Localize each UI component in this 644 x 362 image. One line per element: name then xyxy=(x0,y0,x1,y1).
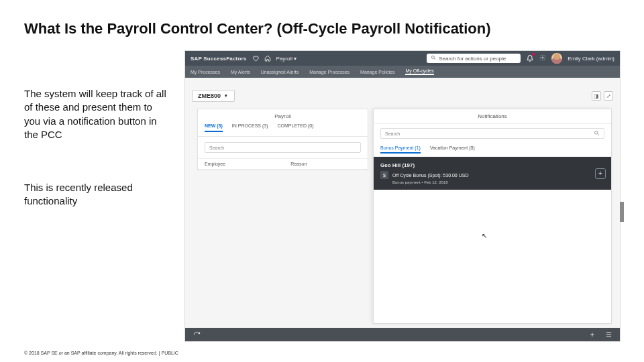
svg-point-2 xyxy=(542,57,543,58)
notifications-search-placeholder: Search xyxy=(385,131,400,136)
payment-icon: $ xyxy=(380,171,388,179)
expand-icon[interactable]: ⤢ xyxy=(604,91,613,101)
search-icon xyxy=(594,130,600,137)
payroll-search-input[interactable]: Search xyxy=(205,142,361,153)
period-bar: ZME800 ◨ ⤢ xyxy=(192,88,613,103)
payroll-search-placeholder: Search xyxy=(209,145,224,150)
nav-manage-policies[interactable]: Manage Policies xyxy=(360,70,394,74)
user-name[interactable]: Emily Clark (admin) xyxy=(568,56,614,62)
nav-unassigned-alerts[interactable]: Unassigned Alerts xyxy=(261,70,299,74)
notification-type-tabs: Bonus Payment (1) Vacation Payment (0) xyxy=(374,143,611,157)
app-topbar: SAP SuccessFactors Payroll ▾ Search for … xyxy=(185,51,620,66)
bottom-add-icon[interactable]: + xyxy=(588,330,597,339)
tab-inprocess[interactable]: IN PROCESS (3) xyxy=(232,123,268,132)
settings-icon[interactable] xyxy=(539,54,546,62)
content-area: ZME800 ◨ ⤢ Payroll NEW (3) IN PROCESS (3… xyxy=(185,78,620,341)
slide-footer: © 2018 SAP SE or an SAP affiliate compan… xyxy=(24,351,178,355)
notification-employee-name: Geo Hill (197) xyxy=(380,162,604,168)
col-reason: Reason xyxy=(290,162,361,166)
payroll-card: Payroll NEW (3) IN PROCESS (3) COMPLETED… xyxy=(197,109,368,170)
nav-my-offcycles[interactable]: My Off-cycles xyxy=(405,68,433,75)
nav-my-alerts[interactable]: My Alerts xyxy=(231,70,250,74)
app-screenshot: SAP SuccessFactors Payroll ▾ Search for … xyxy=(184,50,621,342)
tab-bonus-payment[interactable]: Bonus Payment (1) xyxy=(380,145,421,154)
search-icon xyxy=(431,55,436,62)
refresh-icon[interactable] xyxy=(192,330,201,339)
svg-line-1 xyxy=(434,58,435,60)
notifications-title: Notifications xyxy=(374,109,611,124)
payroll-grid-header: Employee Reason xyxy=(198,158,368,170)
module-nav: My Processes My Alerts Unassigned Alerts… xyxy=(185,66,620,78)
user-avatar[interactable] xyxy=(551,53,562,64)
top-module-dropdown[interactable]: Payroll ▾ xyxy=(276,56,297,62)
nav-my-processes[interactable]: My Processes xyxy=(191,70,220,74)
notification-item[interactable]: Geo Hill (197) $ Off Cycle Bonus (Spot):… xyxy=(374,157,611,190)
slide-paragraph-1: The system will keep track of all of the… xyxy=(24,87,168,141)
notifications-search[interactable]: Search xyxy=(380,128,604,139)
notification-subtext: Bonus payment • Feb 12, 2018 xyxy=(392,180,604,184)
svg-line-4 xyxy=(598,134,599,135)
payroll-status-tabs: NEW (3) IN PROCESS (3) COMPLETED (0) xyxy=(198,123,368,137)
slide-paragraph-2: This is recently released functionality xyxy=(24,181,168,208)
mouse-cursor-icon: ↖ xyxy=(482,232,487,239)
side-handle[interactable] xyxy=(620,202,624,222)
app-bottombar: + ☰ xyxy=(185,328,620,341)
view-toggle-1-icon[interactable]: ◨ xyxy=(592,91,601,101)
tab-vacation-payment[interactable]: Vacation Payment (0) xyxy=(430,145,475,154)
global-search-placeholder: Search for actions or people xyxy=(439,56,506,62)
nav-manage-processes[interactable]: Manage Processes xyxy=(309,70,350,74)
notifications-panel: Notifications Search Bonus Payment (1) V… xyxy=(373,109,612,324)
tab-new[interactable]: NEW (3) xyxy=(205,123,223,132)
global-search[interactable]: Search for actions or people xyxy=(427,54,521,63)
svg-point-0 xyxy=(432,56,435,58)
home-icon[interactable] xyxy=(264,55,271,62)
col-employee: Employee xyxy=(205,162,290,166)
tab-completed[interactable]: COMPLETED (0) xyxy=(278,123,314,132)
period-selector[interactable]: ZME800 xyxy=(192,90,235,102)
svg-point-3 xyxy=(595,131,598,135)
brand-label: SAP SuccessFactors xyxy=(191,56,247,62)
payroll-card-title: Payroll xyxy=(198,109,368,123)
slide-title: What Is the Payroll Control Center? (Off… xyxy=(24,20,491,38)
notification-dot-icon xyxy=(532,53,535,56)
heart-icon[interactable] xyxy=(252,55,259,62)
notification-detail: Off Cycle Bonus (Spot): 530.00 USD xyxy=(392,173,468,178)
add-notification-button[interactable]: + xyxy=(595,168,606,179)
notifications-bell-icon[interactable] xyxy=(526,54,534,63)
bottom-list-icon[interactable]: ☰ xyxy=(604,330,613,339)
